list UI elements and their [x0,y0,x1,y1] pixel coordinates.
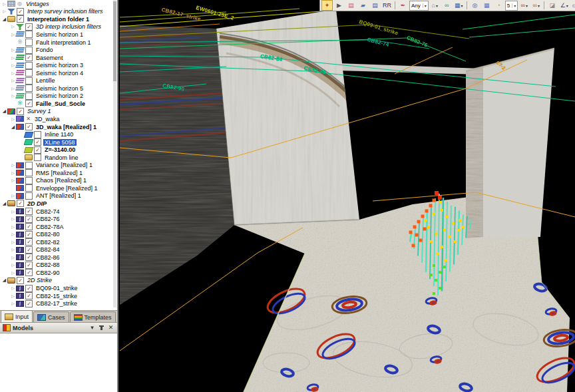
expand-arrow-icon[interactable]: ▷ [1,1,7,7]
globe-time-button[interactable]: ◔ [493,0,504,11]
expand-arrow-icon[interactable]: ▷ [10,224,16,230]
models-panel-header[interactable]: Models ▾ ✕ [0,322,117,333]
expand-arrow-icon[interactable]: ▷ [10,254,16,261]
visibility-checkbox[interactable]: ✓ [25,54,33,61]
visibility-checkbox[interactable]: ✓ [34,146,41,154]
select-tool-button[interactable]: ✦ [321,0,333,11]
tree-item-interpretation-folder-1[interactable]: ◢✓Interpretation folder 1 [0,15,113,23]
visibility-checkbox[interactable] [25,169,33,176]
visibility-checkbox[interactable] [25,69,33,77]
visibility-checkbox[interactable] [25,162,33,169]
tree-item-xline-5058[interactable]: ✓XLine 5058 [0,138,113,146]
tree-item-cb82-82[interactable]: ▷✓CB82-82 [0,238,113,246]
tree-item-inline-1140[interactable]: Inline 1140 [0,130,113,138]
tree-item-fondo[interactable]: ▷Fondo [0,46,113,54]
tree-item-z-3140-00[interactable]: ✓Z=-3140.00 [0,146,113,154]
stereo-glasses-button[interactable]: ∞ [441,0,453,11]
tree-item-chaos-realized-1[interactable]: ▷Chaos [Realized] 1 [0,177,113,185]
frames-combobox[interactable]: 5▾ [505,1,518,11]
tree-item-cb82-15-strike[interactable]: ▷✓CB82-15_strike [0,292,113,300]
expand-arrow-icon[interactable]: ▷ [10,231,16,238]
tree-item-cb82-74[interactable]: ▷✓CB82-74 [0,208,113,216]
tree-item-3d-waka[interactable]: ▷✕3D_waka [0,115,113,123]
visibility-checkbox[interactable] [25,177,33,184]
tree-item-2d-strike[interactable]: ◢✓2D Strike [0,277,113,285]
tree-item-ant-realized-1[interactable]: ▷ANT [Realized] 1 [0,192,113,200]
filter-combobox[interactable]: Any▾ [409,1,429,11]
visibility-checkbox[interactable]: ✓ [25,262,33,269]
tree-item-seismic-horizon-2[interactable]: ▷Seismic horizon 2 [0,93,113,100]
seismic-3d-scene[interactable] [118,0,575,392]
visibility-checkbox[interactable]: ✓ [25,246,33,254]
expand-arrow-icon[interactable]: ▷ [10,23,16,30]
pin-icon[interactable] [100,325,102,330]
chevron-down-icon[interactable]: ▾ [512,3,516,8]
visibility-checkbox[interactable]: ✓ [17,200,24,207]
visibility-checkbox[interactable]: ✓ [17,15,24,23]
tree-item-cb82-88[interactable]: ▷✓CB82-88 [0,262,113,270]
tree-item-cb82-78a[interactable]: ▷✓CB82-78A [0,223,113,231]
visibility-checkbox[interactable]: ✓ [17,277,24,284]
tree-item-seismic-horizon-1[interactable]: ▷Seismic horizon 1 [0,31,113,39]
tree-item-fault-interpretation-1[interactable]: ※Fault interpretation 1 [0,39,113,47]
visibility-checkbox[interactable] [25,47,33,54]
tree-item-survey-1[interactable]: ◢✓Survey 1 [0,108,113,116]
red-glasses-button[interactable]: ∞▾ [518,0,530,11]
expand-arrow-icon[interactable]: ▷ [10,208,16,215]
expand-arrow-icon[interactable]: ▷ [10,216,16,222]
visibility-checkbox[interactable]: ✓ [17,8,24,15]
visibility-checkbox[interactable]: ✓ [25,238,33,246]
tab-cases[interactable]: Cases [33,311,69,322]
expand-arrow-icon[interactable]: ▷ [10,192,16,199]
expand-arrow-icon[interactable]: ▷ [10,239,16,246]
expand-arrow-icon[interactable]: ▷ [10,246,16,253]
visibility-checkbox[interactable] [25,31,33,38]
visibility-checkbox[interactable] [25,192,33,200]
chevron-down-icon[interactable]: ▾ [538,3,540,8]
input-tree[interactable]: ▷◎Vintages▷✓Interp survey inclusion filt… [0,0,113,310]
expand-arrow-icon[interactable]: ▷ [10,270,16,276]
visibility-checkbox[interactable] [25,62,33,69]
collapse-arrow-icon[interactable]: ◢ [1,16,7,23]
models-close-button[interactable]: ✕ [107,324,114,331]
chevron-down-icon[interactable]: ▾ [423,3,427,8]
tree-item-seismic-horizon-3[interactable]: ▷Seismic horizon 3 [0,61,113,69]
visibility-checkbox[interactable] [25,39,33,46]
home-view-button[interactable]: ⌂▾ [429,0,441,11]
tree-item-bq09-01-strike[interactable]: ▷✓BQ09-01_strike [0,284,113,292]
collapse-arrow-icon[interactable]: ◢ [1,277,7,284]
tree-item-interp-survey-inclusion-filters[interactable]: ▷✓Interp survey inclusion filters [0,8,113,16]
window-layout-button[interactable]: ▦▾ [453,0,465,11]
brush-tool-button[interactable]: ▰ [357,0,369,11]
tree-item-seismic-horizon-5[interactable]: ▷Seismic horizon 5 [0,85,113,93]
tab-input[interactable]: Input [1,310,33,322]
collapse-arrow-icon[interactable]: ◢ [1,200,7,207]
tree-item-vintages[interactable]: ▷◎Vintages [0,0,113,8]
tree-item-random-line[interactable]: Random line [0,154,113,162]
eraser-button[interactable]: ◪ [546,0,558,11]
visibility-checkbox[interactable]: ✓ [25,208,33,215]
pointer-tool-button[interactable]: ▶ [333,0,345,11]
chevron-down-icon[interactable]: ▾ [461,3,463,8]
visibility-checkbox[interactable] [25,77,33,85]
collapse-arrow-icon[interactable]: ◢ [10,124,16,130]
visibility-checkbox[interactable]: ✓ [17,108,24,115]
tree-item-faille-sud-socle[interactable]: ※✓Faille_Sud_Socle [0,100,113,108]
tree-item-basement[interactable]: ▷✓Basement [0,54,113,62]
visibility-checkbox[interactable] [25,85,33,92]
visibility-checkbox[interactable] [25,93,33,100]
tree-item-cb82-84[interactable]: ▷✓CB82-84 [0,246,113,254]
visibility-checkbox[interactable]: ✓ [25,300,33,307]
3d-viewport[interactable]: CB82-17_strikeEW0601-25E_2BQ09-01_strike… [118,0,575,392]
tree-item-variance-realized-1[interactable]: ▷Variance [Realized] 1 [0,161,113,169]
visibility-checkbox[interactable]: ✓ [25,223,33,230]
bounding-box-button[interactable]: ▦ [481,0,492,11]
tree-item-cb82-80[interactable]: ▷✓CB82-80 [0,230,113,238]
tree-item-2d-dip[interactable]: ◢✓2D DIP [0,200,113,208]
tree-item-seismic-horizon-4[interactable]: ▷Seismic horizon 4 [0,69,113,77]
expand-arrow-icon[interactable]: ▷ [10,177,16,184]
tree-item-3d-waka-realized-1[interactable]: ◢✓3D_waka [Realized] 1 [0,123,113,131]
measure-angle-button[interactable]: ∠▾ [558,0,570,11]
expand-arrow-icon[interactable]: ▷ [10,162,16,168]
pick-tool-button[interactable]: ✒ [397,0,409,11]
